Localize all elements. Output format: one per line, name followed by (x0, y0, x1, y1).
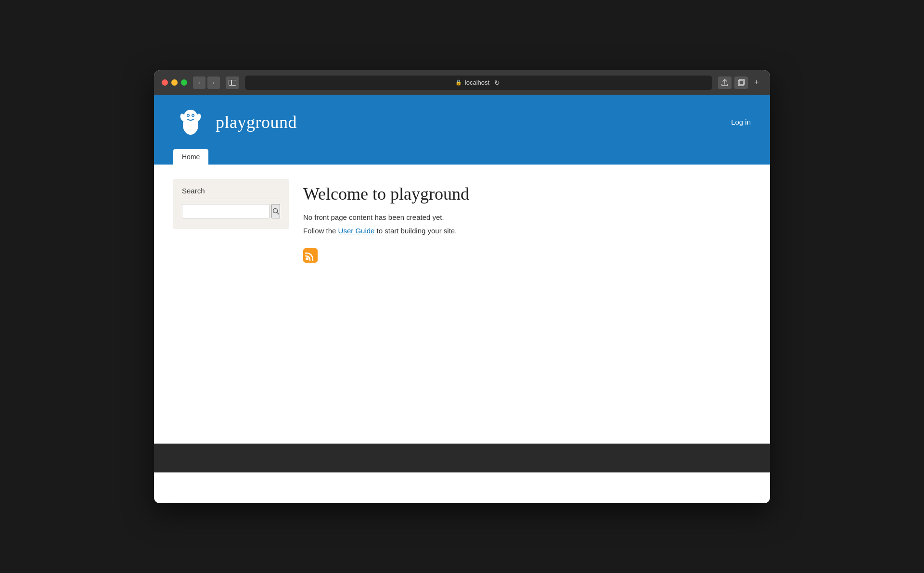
main-content: Welcome to playground No front page cont… (303, 179, 751, 429)
forward-button[interactable]: › (207, 76, 220, 89)
user-guide-link[interactable]: User Guide (338, 227, 375, 235)
page-title: Welcome to playground (303, 184, 751, 204)
svg-point-7 (188, 115, 189, 116)
share-button[interactable] (718, 76, 732, 89)
nav-item-home[interactable]: Home (173, 149, 208, 165)
browser-window: ‹ › 🔒 localhost ↻ + (154, 70, 770, 503)
rss-icon[interactable] (303, 248, 318, 263)
content-line1: No front page content has been created y… (303, 212, 751, 223)
svg-point-14 (306, 257, 308, 260)
sidebar: Search (173, 179, 289, 429)
sidebar-icon (229, 80, 236, 86)
traffic-lights (162, 79, 187, 86)
site-footer (154, 444, 770, 472)
new-tab-button[interactable]: + (751, 77, 762, 89)
address-bar[interactable]: 🔒 localhost ↻ (245, 76, 712, 90)
share-icon (721, 79, 728, 87)
svg-line-12 (277, 212, 279, 214)
site-name: playground (216, 112, 297, 132)
browser-actions: + (718, 76, 762, 89)
back-button[interactable]: ‹ (193, 76, 205, 89)
content-line2: Follow the User Guide to start building … (303, 225, 751, 237)
search-submit-button[interactable] (271, 204, 280, 218)
svg-point-8 (192, 115, 194, 116)
browser-chrome: ‹ › 🔒 localhost ↻ + (154, 70, 770, 95)
address-text: localhost (465, 79, 489, 86)
content-after-link: to start building your site. (374, 227, 457, 235)
drupal-logo (173, 105, 208, 140)
svg-point-4 (184, 110, 197, 123)
search-icon (272, 208, 279, 215)
site-logo-area: playground (173, 105, 297, 140)
reload-button[interactable]: ↻ (492, 77, 502, 89)
tabs-icon (738, 79, 745, 86)
site-nav: Home (173, 149, 751, 165)
search-label: Search (182, 187, 280, 199)
maximize-button[interactable] (181, 79, 187, 86)
site-header: playground Log in Home (154, 95, 770, 165)
lock-icon: 🔒 (455, 79, 462, 86)
search-form (182, 204, 280, 218)
minimize-button[interactable] (171, 79, 178, 86)
search-input[interactable] (182, 204, 270, 218)
login-link[interactable]: Log in (731, 118, 751, 126)
site-body: Search Welcome to playground No front pa… (154, 165, 770, 444)
search-block: Search (173, 179, 289, 229)
tabs-button[interactable] (734, 76, 748, 89)
close-button[interactable] (162, 79, 168, 86)
browser-nav: ‹ › (193, 76, 220, 89)
content-before-link: Follow the (303, 227, 338, 235)
sidebar-toggle-button[interactable] (226, 76, 239, 89)
site-header-top: playground Log in (173, 95, 751, 144)
